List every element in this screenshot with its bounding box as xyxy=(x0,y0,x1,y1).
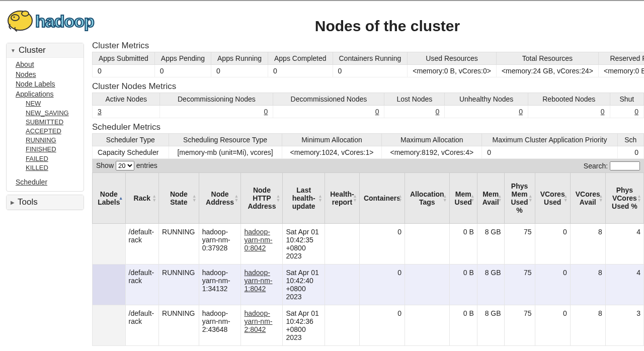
sidebar-link-finished[interactable]: FINISHED xyxy=(26,145,82,154)
link-rebooted-nodes[interactable]: 0 xyxy=(601,108,605,116)
datatable-show-suffix: entries xyxy=(136,161,157,169)
nodes-td-containers: 0 xyxy=(359,224,405,265)
sort-icon: ▲▼ xyxy=(637,194,641,202)
nodes-th-rack[interactable]: Rack▲▼ xyxy=(125,173,158,224)
nodes-td-vc_avail: 8 xyxy=(570,305,605,346)
section-title-scheduler-metrics: Scheduler Metrics xyxy=(92,122,644,132)
svg-text:hadoop: hadoop xyxy=(35,12,94,31)
sidebar-link-applications[interactable]: Applications xyxy=(16,90,82,100)
sort-icon: ▲▼ xyxy=(353,194,357,202)
section-title-cluster-metrics: Cluster Metrics xyxy=(92,41,644,51)
nodes-td-state: RUNNING xyxy=(159,305,199,346)
th-reserved-resources: Reserved Resources xyxy=(598,52,644,65)
nodes-th-state[interactable]: Node State▲▼ xyxy=(159,173,199,224)
sidebar-link-new[interactable]: NEW xyxy=(26,99,82,108)
sort-icon: ▲▼ xyxy=(599,194,603,202)
nodes-td-vc_avail: 8 xyxy=(570,224,605,265)
nodes-th-alloc_tags[interactable]: Allocation Tags▲▼ xyxy=(405,173,450,224)
th-scheduler-type: Scheduler Type xyxy=(93,134,169,146)
nodes-th-containers[interactable]: Containers▲▼ xyxy=(359,173,405,224)
sidebar-link-new-saving[interactable]: NEW_SAVING xyxy=(26,109,82,118)
td-scheduling-resource-type: [memory-mb (unit=Mi), vcores] xyxy=(169,146,282,159)
td-scheduler-type: Capacity Scheduler xyxy=(93,146,169,159)
sort-icon: ▲▼ xyxy=(318,194,323,202)
nodes-td-vc_used: 0 xyxy=(535,305,570,346)
link-shutdown-nodes[interactable]: 0 xyxy=(634,108,638,116)
node-http-link[interactable]: hadoop-yarn-nm-0:8042 xyxy=(244,228,272,252)
nodes-th-phys_mem[interactable]: Phys Mem Used %▲▼ xyxy=(504,173,535,224)
th-apps-pending: Apps Pending xyxy=(154,52,211,65)
sidebar-panel-tools-label: Tools xyxy=(18,197,38,207)
sort-icon: ▲▼ xyxy=(470,194,475,202)
th-active-nodes: Active Nodes xyxy=(93,93,160,106)
node-http-link[interactable]: hadoop-yarn-nm-2:8042 xyxy=(244,309,272,333)
datatable-search-input[interactable] xyxy=(610,161,640,170)
link-unhealthy-nodes[interactable]: 0 xyxy=(519,108,523,116)
sidebar-link-submitted[interactable]: SUBMITTED xyxy=(26,118,82,127)
node-http-link[interactable]: hadoop-yarn-nm-1:8042 xyxy=(244,269,272,293)
sidebar-link-killed[interactable]: KILLED xyxy=(26,163,82,172)
sidebar-link-failed[interactable]: FAILED xyxy=(26,154,82,163)
nodes-th-vc_used[interactable]: VCores Used▲▼ xyxy=(535,173,570,224)
datatable-controls: Show 20 entries Search: xyxy=(92,159,644,172)
link-lost-nodes[interactable]: 0 xyxy=(436,108,440,116)
nodes-td-health_rep xyxy=(325,305,360,346)
nodes-th-addr[interactable]: Node Address▲▼ xyxy=(199,173,241,224)
nodes-td-addr: hadoop-yarn-nm-0:37928 xyxy=(199,224,241,265)
td-apps-completed: 0 xyxy=(268,65,333,77)
datatable-length-select[interactable]: 20 xyxy=(116,161,134,170)
sidebar-panel-tools-header[interactable]: ▶ Tools xyxy=(7,195,84,210)
sidebar-panel-cluster: ▼ Cluster About Nodes Node Labels Applic… xyxy=(6,43,84,192)
sidebar-panel-cluster-header[interactable]: ▼ Cluster xyxy=(7,43,84,58)
th-sch: Sch xyxy=(617,134,643,146)
nodes-td-http: hadoop-yarn-nm-2:8042 xyxy=(241,305,283,346)
main-content: Cluster Metrics Apps Submitted Apps Pend… xyxy=(88,37,644,350)
sidebar-appstates: NEW NEW_SAVING SUBMITTED ACCEPTED RUNNIN… xyxy=(26,99,82,172)
sort-icon: ▲▼ xyxy=(498,194,502,202)
td-apps-submitted: 0 xyxy=(93,65,155,77)
link-active-nodes[interactable]: 3 xyxy=(98,108,102,116)
nodes-td-phys_mem: 75 xyxy=(504,224,535,265)
sidebar-link-node-labels[interactable]: Node Labels xyxy=(16,79,82,90)
nodes-td-alloc_tags xyxy=(405,265,450,305)
nodes-td-rack: /default-rack xyxy=(125,265,158,305)
sort-icon: ▲ xyxy=(119,196,123,200)
nodes-th-vc_avail[interactable]: VCores Avail▲▼ xyxy=(570,173,605,224)
th-containers-running: Containers Running xyxy=(333,52,408,65)
nodes-th-mem_used[interactable]: Mem Used▲▼ xyxy=(449,173,477,224)
nodes-td-labels xyxy=(93,224,126,265)
th-scheduling-resource-type: Scheduling Resource Type xyxy=(169,134,282,146)
sort-icon: ▲▼ xyxy=(276,194,280,202)
nodes-td-health_upd: Sat Apr 01 10:42:40 +0800 2023 xyxy=(283,265,325,305)
nodes-td-mem_avail: 8 GB xyxy=(477,224,504,265)
sidebar-link-nodes[interactable]: Nodes xyxy=(16,70,82,80)
sidebar-link-running[interactable]: RUNNING xyxy=(26,136,82,145)
td-apps-running: 0 xyxy=(211,65,268,77)
sidebar-link-about[interactable]: About xyxy=(16,60,82,70)
nodes-th-http[interactable]: Node HTTP Address▲▼ xyxy=(241,173,283,224)
sidebar-link-accepted[interactable]: ACCEPTED xyxy=(26,127,82,136)
sidebar-link-scheduler[interactable]: Scheduler xyxy=(16,178,82,188)
table-row: /default-rackRUNNINGhadoop-yarn-nm-2:436… xyxy=(93,305,644,346)
td-max-priority: 0 xyxy=(482,146,617,159)
nodes-td-labels xyxy=(93,265,126,305)
nodes-th-health_upd[interactable]: Last health-update▲▼ xyxy=(283,173,325,224)
nodes-td-mem_avail: 8 GB xyxy=(477,265,504,305)
nodes-td-phys_mem: 75 xyxy=(504,265,535,305)
nodes-th-mem_avail[interactable]: Mem Avail▲▼ xyxy=(477,173,504,224)
nodes-td-rack: /default-rack xyxy=(125,305,158,346)
sort-icon: ▲▼ xyxy=(564,194,568,202)
nodes-th-labels[interactable]: Node Labels▲ xyxy=(93,173,126,224)
nodes-td-phys_vc: 4 xyxy=(605,224,643,265)
nodes-td-phys_vc: 3 xyxy=(605,305,643,346)
nodes-td-labels xyxy=(93,305,126,346)
nodes-td-vc_avail: 8 xyxy=(570,265,605,305)
th-decommissioning-nodes: Decommissioning Nodes xyxy=(160,93,273,106)
link-decommissioned-nodes[interactable]: 0 xyxy=(375,108,379,116)
nodes-th-phys_vc[interactable]: Phys VCores Used %▲▼ xyxy=(605,173,643,224)
nodes-td-addr: hadoop-yarn-nm-2:43648 xyxy=(199,305,241,346)
sidebar-panel-cluster-body: About Nodes Node Labels Applications NEW… xyxy=(7,58,84,191)
nodes-th-health_rep[interactable]: Health-report▲▼ xyxy=(325,173,360,224)
table-row: /default-rackRUNNINGhadoop-yarn-nm-1:341… xyxy=(93,265,644,305)
link-decommissioning-nodes[interactable]: 0 xyxy=(264,108,268,116)
